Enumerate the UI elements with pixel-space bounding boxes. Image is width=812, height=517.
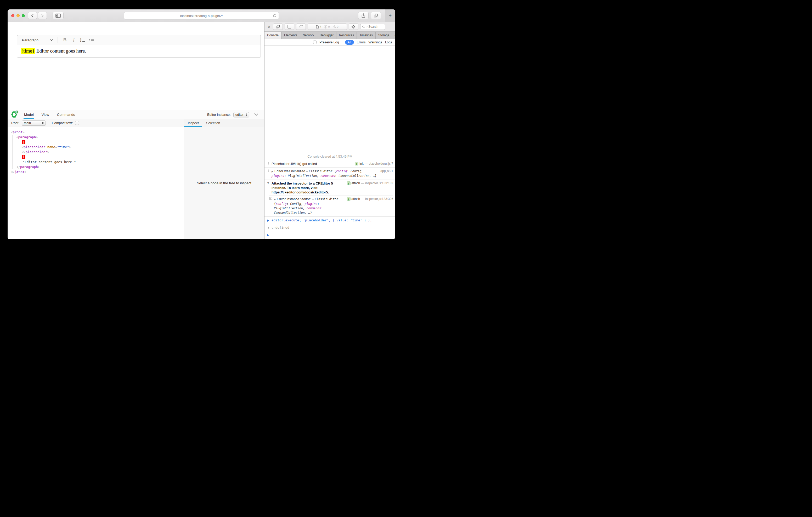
placeholder-chip[interactable]: {time}: [21, 48, 35, 54]
titlebar: localhost/creating-a-plugin2/ +: [7, 9, 395, 22]
disclosure-triangle-icon[interactable]: ▶: [274, 198, 276, 201]
selection-marker-open[interactable]: [: [22, 140, 184, 145]
disclosure-triangle-expanded-icon[interactable]: ▼: [267, 182, 269, 185]
editor-instance-value: editor: [235, 113, 243, 117]
result-text: undefined: [271, 225, 393, 230]
class-name: ClassicEditor: [315, 197, 338, 201]
tab-timelines[interactable]: Timelines: [357, 32, 376, 39]
tab-commands[interactable]: Commands: [57, 110, 76, 119]
preserve-log-checkbox[interactable]: [313, 40, 317, 44]
class-name: ClassicEditor: [309, 170, 334, 173]
function-badge: f: [347, 181, 351, 185]
tabs-overview-button[interactable]: [371, 12, 381, 19]
tab-resources[interactable]: Resources: [337, 32, 357, 39]
sidebar-toggle-button[interactable]: [53, 12, 64, 19]
tree-line-root-open[interactable]: <$root>: [11, 130, 184, 134]
close-window-button[interactable]: [11, 14, 14, 17]
console-area: Console cleared at 4:53:46 PM Placeholde…: [264, 46, 395, 239]
source-location[interactable]: inspector.js:133:182: [365, 181, 393, 185]
tree-line-text-node[interactable]: "Editor content goes here.": [22, 159, 184, 164]
search-icon: [362, 25, 365, 28]
root-select[interactable]: main: [22, 121, 46, 126]
bulleted-list-button[interactable]: [87, 36, 96, 44]
tab-network[interactable]: Network: [300, 32, 317, 39]
editor-instance-label: Editor instance:: [207, 113, 231, 117]
console-result: undefined: [264, 224, 395, 231]
detach-devtools-button[interactable]: [273, 24, 283, 30]
zoom-window-button[interactable]: [22, 14, 25, 17]
filter-warnings[interactable]: Warnings: [369, 40, 382, 44]
filter-errors[interactable]: Errors: [357, 40, 366, 44]
italic-button[interactable]: I: [69, 36, 78, 44]
filter-all[interactable]: All: [345, 40, 354, 45]
numbered-list-button[interactable]: 1 2: [78, 36, 87, 44]
url-field[interactable]: localhost/creating-a-plugin2/: [124, 12, 279, 19]
message-text: PlaceholderUI#init() got called: [271, 161, 353, 166]
tab-view[interactable]: View: [41, 110, 50, 119]
message-text: Editor instance "editor": [277, 197, 311, 201]
editor-content[interactable]: {time} Editor content goes here.: [17, 45, 261, 58]
warning-count: 0: [337, 25, 339, 28]
tabs-icon: [374, 13, 378, 18]
devtools-toolbar: ✕: [264, 22, 395, 32]
chevron-down-icon: [50, 39, 53, 41]
console-message-editor-instance[interactable]: ▶Editor instance "editor" – ClassicEdito…: [269, 195, 393, 215]
editor-toolbar: Paragraph B I 1 2: [17, 35, 261, 45]
paragraph-dropdown[interactable]: Paragraph: [20, 38, 55, 42]
disclosure-triangle-icon[interactable]: ▶: [271, 170, 273, 173]
paragraph-dropdown-label: Paragraph: [22, 38, 38, 42]
bold-button[interactable]: B: [60, 36, 69, 44]
console-link[interactable]: https://ckeditor.com/docs/ckeditor5: [271, 190, 328, 194]
devtools-search-field[interactable]: Search: [360, 24, 385, 30]
console-prompt[interactable]: [264, 231, 395, 239]
tab-storage[interactable]: Storage: [376, 32, 392, 39]
tabs-overflow-button[interactable]: »: [392, 32, 395, 39]
filter-logs[interactable]: Logs: [385, 40, 392, 44]
inspector-header: 5 Model View Commands Editor instance: e…: [7, 110, 264, 119]
source-location[interactable]: inspector.js:133:326: [365, 197, 393, 201]
document-icon: [316, 25, 319, 29]
function-name: init: [359, 162, 364, 165]
tree-line-placeholder-open[interactable]: <placeholder name="time">: [22, 145, 184, 150]
console-message-init: PlaceholderUI#init() got called f init —…: [264, 160, 395, 167]
tree-line-paragraph-close[interactable]: </paragraph>: [16, 164, 184, 170]
tab-selection[interactable]: Selection: [206, 119, 221, 127]
reload-icon[interactable]: [272, 13, 277, 18]
tab-inspect[interactable]: Inspect: [187, 119, 199, 127]
document-count: 4: [320, 25, 321, 28]
source-location[interactable]: app.js:21: [380, 169, 393, 173]
compact-text-checkbox[interactable]: [75, 121, 79, 125]
forward-button[interactable]: [38, 12, 47, 19]
minimize-window-button[interactable]: [17, 14, 20, 17]
new-tab-button[interactable]: +: [385, 9, 395, 22]
ckeditor-inspector-panel: 5 Model View Commands Editor instance: e…: [7, 110, 264, 239]
source-location[interactable]: placeholderui.js:7: [369, 162, 393, 165]
share-icon: [361, 13, 365, 18]
tree-line-placeholder-close[interactable]: </placeholder>: [22, 150, 184, 154]
devtools-reload-button[interactable]: [296, 24, 306, 30]
tab-debugger[interactable]: Debugger: [317, 32, 337, 39]
tree-line-paragraph-open[interactable]: <paragraph>: [16, 134, 184, 140]
tree-line-root-close[interactable]: </$root>: [11, 170, 184, 174]
back-button[interactable]: [28, 12, 37, 19]
devtools-panel: ✕: [264, 22, 395, 239]
tab-model[interactable]: Model: [24, 110, 34, 119]
tab-console[interactable]: Console: [264, 32, 282, 39]
devtools-close-button[interactable]: ✕: [267, 25, 271, 29]
collapse-inspector-button[interactable]: [254, 113, 258, 116]
resource-summary[interactable]: 4 0 0: [308, 24, 347, 30]
log-icon: [269, 197, 272, 200]
console-message-editor-initialized[interactable]: ▶Editor was initialized – ClassicEditor …: [264, 167, 395, 180]
element-picker-button[interactable]: [349, 24, 358, 30]
message-text: Attached the inspector to a CKEditor 5 i…: [271, 181, 333, 190]
editor-instance-select[interactable]: editor: [233, 112, 249, 117]
tab-elements[interactable]: Elements: [282, 32, 300, 39]
console-message-attached[interactable]: ▼ Attached the inspector to a CKEditor 5…: [264, 180, 395, 216]
dash: –: [305, 170, 309, 173]
selection-marker-close[interactable]: ]: [22, 154, 184, 159]
plus-icon: +: [389, 13, 392, 19]
compact-text-label: Compact text:: [52, 121, 73, 125]
dock-bottom-button[interactable]: [285, 24, 294, 30]
share-button[interactable]: [358, 12, 369, 19]
inspect-pane: Select a node in the tree to inspect: [184, 127, 264, 239]
